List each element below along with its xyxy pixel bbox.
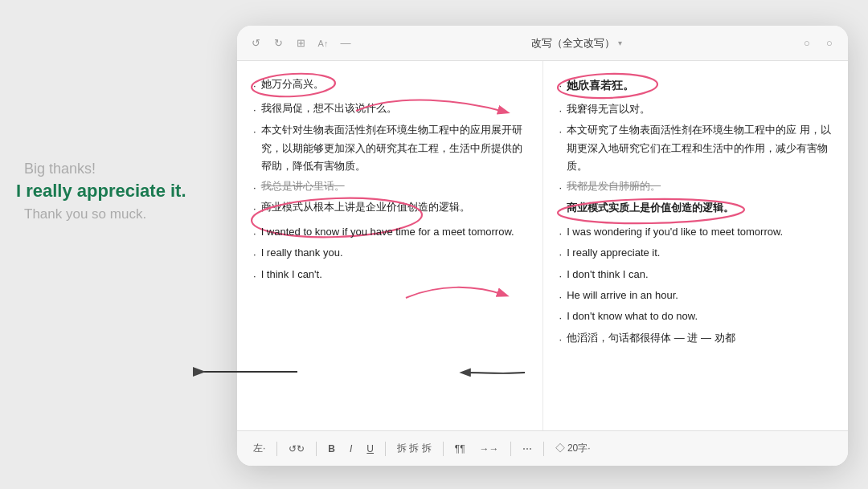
- list-item: · 她欣喜若狂。: [559, 75, 833, 96]
- bold-btn[interactable]: B: [323, 442, 340, 456]
- item-text: 他滔滔，句话都很得体 — 进 — 劝都: [567, 329, 832, 348]
- separator: [443, 442, 444, 456]
- bullet: ·: [253, 76, 256, 95]
- item-text-appreciate: I really appreciate it.: [567, 244, 832, 263]
- bullet: ·: [253, 224, 256, 242]
- bullet: ·: [559, 267, 563, 285]
- item-text: I wanted to know if you have time for a …: [261, 223, 526, 242]
- list-item-appreciate: · I really appreciate it.: [559, 244, 833, 263]
- share-icon[interactable]: ○: [800, 36, 814, 51]
- separator: [510, 442, 511, 456]
- list-item: · I don't think I can.: [559, 266, 833, 285]
- list-item: · 我很局促，想不出该说什么。: [253, 100, 526, 119]
- toolbar-left-icons: ↺ ↻ ⊞ A↑ —: [248, 36, 353, 51]
- annotation-main: I really appreciate it.: [16, 181, 217, 202]
- list-item: · 我窘得无言以对。: [559, 100, 833, 120]
- bullet: ·: [253, 199, 256, 218]
- item-text-strikethrough: 我总是讲心里话。: [261, 177, 526, 196]
- dash-icon[interactable]: —: [338, 36, 353, 51]
- annotation-panel: Big thanks! I really appreciate it. Than…: [16, 161, 217, 222]
- item-text: I don't think I can.: [567, 266, 832, 284]
- device-frame: ↺ ↻ ⊞ A↑ — 改写（全文改写） ▾ ○ ○ · 她万分高兴。: [237, 26, 848, 466]
- separator: [316, 442, 317, 456]
- toolbar-center: 改写（全文改写） ▾: [359, 36, 793, 51]
- more-icon[interactable]: ○: [822, 36, 837, 51]
- undo-icon[interactable]: ↺: [248, 36, 263, 51]
- undo-redo-btn[interactable]: ↺↻: [284, 442, 309, 456]
- item-text: 她欣喜若狂。: [567, 75, 832, 96]
- item-text: 商业模式从根本上讲是企业价值创造的逻辑。: [261, 198, 526, 217]
- list-item: · 商业模式从根本上讲是企业价值创造的逻辑。: [253, 198, 526, 218]
- item-text: 商业模式实质上是价值创造的逻辑。: [567, 199, 832, 218]
- list-item: · 本文研究了生物表面活性剂在环境生物工程中的应 用，以期更深入地研究它们在工程…: [559, 121, 833, 176]
- bullet: ·: [253, 245, 256, 263]
- bullet: ·: [559, 200, 563, 218]
- separator: [385, 442, 386, 456]
- list-item: · I don't know what to do now.: [559, 308, 833, 327]
- dropdown-arrow-icon: ▾: [618, 39, 622, 47]
- toolbar-title-text: 改写（全文改写）: [531, 36, 615, 51]
- bullet: ·: [253, 122, 256, 141]
- item-text: I was wondering if you'd like to meet to…: [567, 223, 832, 242]
- list-item: · I really thank you.: [253, 244, 526, 263]
- item-text: 我窘得无言以对。: [567, 100, 832, 119]
- list-item: · 她万分高兴。: [253, 75, 526, 95]
- item-text: I really thank you.: [261, 244, 526, 263]
- bullet: ·: [559, 101, 563, 120]
- separator: [543, 442, 544, 456]
- item-text-strikethrough: 我都是发自肺腑的。: [567, 177, 832, 196]
- item-text: 本文研究了生物表面活性剂在环境生物工程中的应 用，以期更深入地研究它们在工程和生…: [567, 121, 832, 176]
- italic-btn[interactable]: I: [345, 442, 357, 456]
- list-item: · 我总是讲心里话。: [253, 177, 526, 197]
- font-icon[interactable]: A↑: [316, 36, 330, 51]
- bottom-toolbar: 左· ↺↻ B I U 拆 拆 拆 ¶¶ →→ ⋯ ◇ 20字·: [237, 430, 848, 466]
- bullet: ·: [559, 122, 563, 141]
- top-toolbar: ↺ ↻ ⊞ A↑ — 改写（全文改写） ▾ ○ ○: [237, 26, 848, 61]
- bullet: ·: [253, 267, 256, 285]
- left-column: · 她万分高兴。 · 我很局促，想不出该说什么。 · 本文针对生物表面活性剂在环…: [237, 61, 543, 430]
- item-text: He will arrive in an hour.: [567, 287, 832, 305]
- bullet: ·: [559, 178, 563, 197]
- bullet: ·: [253, 100, 256, 119]
- bullet: ·: [559, 330, 563, 348]
- bullet: ·: [559, 224, 563, 242]
- bullet: ·: [253, 178, 256, 197]
- word-count-btn[interactable]: ◇ 20字·: [551, 440, 596, 457]
- list-item: · 我都是发自肺腑的。: [559, 177, 833, 197]
- list-item: · I wanted to know if you have time for …: [253, 223, 526, 242]
- grid-icon[interactable]: ⊞: [293, 36, 308, 51]
- list-item: · 商业模式实质上是价值创造的逻辑。: [559, 199, 833, 218]
- underline-btn[interactable]: U: [362, 442, 379, 456]
- separator: [276, 442, 277, 456]
- bullet: ·: [559, 308, 563, 327]
- more-btn[interactable]: ⋯: [518, 442, 537, 456]
- indent-btn[interactable]: →→: [475, 442, 504, 456]
- bullet: ·: [559, 245, 563, 263]
- content-area: · 她万分高兴。 · 我很局促，想不出该说什么。 · 本文针对生物表面活性剂在环…: [237, 61, 848, 430]
- bullet: ·: [559, 287, 563, 306]
- item-text: 她万分高兴。: [261, 75, 526, 94]
- toolbar-right-icons: ○ ○: [800, 36, 837, 51]
- right-column: · 她欣喜若狂。 · 我窘得无言以对。 · 本文研究了生物表面活性剂在环境生物工…: [543, 61, 849, 430]
- item-text: I don't know what to do now.: [567, 308, 832, 326]
- split-btn[interactable]: 拆 拆 拆: [392, 440, 436, 457]
- item-text: 本文针对生物表面活性剂在环境生物工程中的应用展开研究，以期能够更加深入的研究其在…: [261, 121, 526, 176]
- bullet: ·: [559, 76, 563, 95]
- list-item: · I think I can't.: [253, 266, 526, 285]
- annotation-sub: Thank you so muck.: [16, 206, 217, 222]
- redo-icon[interactable]: ↻: [271, 36, 285, 51]
- toolbar-title[interactable]: 改写（全文改写） ▾: [531, 36, 622, 51]
- item-text: I think I can't.: [261, 266, 526, 284]
- annotation-big-thanks: Big thanks!: [16, 161, 217, 177]
- item-text: 我很局促，想不出该说什么。: [261, 100, 526, 118]
- list-item: · 他滔滔，句话都很得体 — 进 — 劝都: [559, 329, 833, 348]
- list-item: · He will arrive in an hour.: [559, 287, 833, 306]
- paragraph-btn[interactable]: ¶¶: [450, 442, 470, 456]
- list-item: · 本文针对生物表面活性剂在环境生物工程中的应用展开研究，以期能够更加深入的研究…: [253, 121, 526, 176]
- align-btn[interactable]: 左·: [248, 440, 270, 457]
- list-item: · I was wondering if you'd like to meet …: [559, 223, 833, 242]
